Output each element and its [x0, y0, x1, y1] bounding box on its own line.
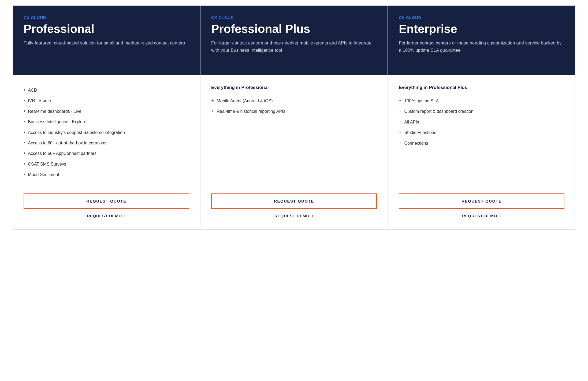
- features-heading-enterprise: Everything in Professional Plus: [399, 85, 564, 90]
- feature-text: Mobile Agent (Android & iOS): [217, 98, 273, 104]
- feature-symbol: +: [211, 98, 214, 104]
- feature-text: Real-time & historical reporting APIs: [217, 108, 285, 114]
- feature-text: Real-time dashboards · Live: [28, 108, 81, 114]
- request-quote-button-professional-plus[interactable]: REQUEST QUOTE: [211, 193, 377, 209]
- list-item: •Access to industry's deepest Salesforce…: [24, 127, 189, 138]
- plan-description-professional: Fully-featured, cloud-based solution for…: [24, 40, 189, 47]
- feature-symbol: +: [399, 119, 402, 125]
- feature-symbol: •: [24, 87, 25, 93]
- feature-symbol: +: [211, 108, 214, 114]
- feature-text: Connections: [404, 140, 428, 146]
- list-item: +Mobile Agent (Android & iOS): [211, 96, 377, 106]
- feature-text: Access to 50+ AppConnect partners: [28, 150, 96, 156]
- feature-symbol: •: [24, 129, 25, 136]
- list-item: •IVR · Studio: [24, 95, 189, 106]
- plan-label-enterprise: CX CLOUD: [399, 15, 564, 20]
- plan-card-professional-plus: CX CLOUDProfessional PlusFor larger cont…: [200, 5, 388, 230]
- feature-symbol: •: [24, 171, 25, 178]
- list-item: •Mood Sentiment: [24, 169, 189, 180]
- feature-symbol: •: [24, 150, 25, 156]
- plan-actions-professional-plus: REQUEST QUOTEREQUEST DEMO›: [200, 185, 388, 229]
- feature-symbol: +: [399, 129, 402, 136]
- request-quote-button-professional[interactable]: REQUEST QUOTE: [24, 193, 189, 209]
- request-demo-label: REQUEST DEMO: [87, 214, 122, 218]
- request-demo-button-professional[interactable]: REQUEST DEMO›: [87, 213, 126, 219]
- feature-text: Access to industry's deepest Salesforce …: [28, 129, 125, 136]
- request-quote-button-enterprise[interactable]: REQUEST QUOTE: [399, 193, 564, 209]
- feature-text: Business Intelligence · Explore: [28, 119, 86, 125]
- plan-name-professional: Professional: [24, 23, 189, 35]
- feature-symbol: +: [399, 108, 402, 114]
- plan-label-professional-plus: CX CLOUD: [211, 15, 377, 20]
- plan-features-professional-plus: Everything in Professional+Mobile Agent …: [200, 75, 388, 185]
- feature-symbol: •: [24, 108, 25, 114]
- feature-list-professional-plus: +Mobile Agent (Android & iOS)+Real-time …: [211, 96, 377, 117]
- request-demo-button-enterprise[interactable]: REQUEST DEMO›: [462, 213, 501, 219]
- list-item: +Custom report & dashboard creation: [399, 106, 564, 117]
- feature-text: Mood Sentiment: [28, 171, 59, 178]
- list-item: •Access to 50+ AppConnect partners: [24, 148, 189, 159]
- chevron-right-icon: ›: [499, 213, 501, 219]
- request-demo-button-professional-plus[interactable]: REQUEST DEMO›: [274, 213, 313, 219]
- plan-features-enterprise: Everything in Professional Plus+100% upt…: [388, 75, 575, 185]
- pricing-grid: CX CLOUDProfessionalFully-featured, clou…: [13, 5, 575, 230]
- plan-features-professional: •ACD•IVR · Studio•Real-time dashboards ·…: [13, 75, 200, 185]
- request-demo-label: REQUEST DEMO: [274, 214, 310, 218]
- feature-symbol: •: [24, 98, 25, 104]
- plan-actions-enterprise: REQUEST QUOTEREQUEST DEMO›: [388, 185, 575, 229]
- feature-list-professional: •ACD•IVR · Studio•Real-time dashboards ·…: [24, 85, 189, 180]
- plan-name-enterprise: Enterprise: [399, 23, 564, 35]
- list-item: •Real-time dashboards · Live: [24, 106, 189, 117]
- feature-text: Studio Functions: [404, 129, 436, 136]
- plan-header-professional-plus: CX CLOUDProfessional PlusFor larger cont…: [200, 6, 388, 75]
- plan-description-professional-plus: For larger contact centers or those need…: [211, 40, 377, 54]
- feature-text: Access to 60+ out-of-the-box integration…: [28, 140, 106, 146]
- list-item: +Studio Functions: [399, 127, 564, 138]
- list-item: •Access to 60+ out-of-the-box integratio…: [24, 138, 189, 148]
- feature-symbol: •: [24, 161, 25, 167]
- list-item: •Business Intelligence · Explore: [24, 117, 189, 127]
- plan-card-professional: CX CLOUDProfessionalFully-featured, clou…: [13, 5, 200, 230]
- feature-symbol: •: [24, 119, 25, 125]
- plan-description-enterprise: For larger contact centers or those need…: [399, 40, 564, 54]
- list-item: •ACD: [24, 85, 189, 95]
- plan-header-professional: CX CLOUDProfessionalFully-featured, clou…: [13, 6, 200, 75]
- feature-symbol: +: [399, 140, 402, 146]
- request-demo-label: REQUEST DEMO: [462, 214, 497, 218]
- list-item: +Connections: [399, 138, 564, 148]
- feature-text: IVR · Studio: [28, 98, 51, 104]
- plan-header-enterprise: CX CLOUDEnterpriseFor larger contact cen…: [388, 6, 575, 75]
- feature-list-enterprise: +100% uptime SLA+Custom report & dashboa…: [399, 96, 564, 148]
- feature-symbol: •: [24, 140, 25, 146]
- feature-text: ACD: [28, 87, 37, 93]
- list-item: •CSAT SMS Surveys: [24, 159, 189, 169]
- chevron-right-icon: ›: [124, 213, 126, 219]
- list-item: +100% uptime SLA: [399, 96, 564, 106]
- features-heading-professional-plus: Everything in Professional: [211, 85, 377, 90]
- plan-actions-professional: REQUEST QUOTEREQUEST DEMO›: [13, 185, 200, 229]
- feature-text: 100% uptime SLA: [404, 98, 439, 104]
- plan-label-professional: CX CLOUD: [24, 15, 189, 20]
- feature-text: All APIs: [404, 119, 419, 125]
- chevron-right-icon: ›: [312, 213, 314, 219]
- plan-card-enterprise: CX CLOUDEnterpriseFor larger contact cen…: [388, 5, 575, 230]
- feature-text: Custom report & dashboard creation: [404, 108, 474, 114]
- plan-name-professional-plus: Professional Plus: [211, 23, 377, 35]
- list-item: +All APIs: [399, 117, 564, 127]
- feature-symbol: +: [399, 98, 402, 104]
- list-item: +Real-time & historical reporting APIs: [211, 106, 377, 117]
- feature-text: CSAT SMS Surveys: [28, 161, 66, 167]
